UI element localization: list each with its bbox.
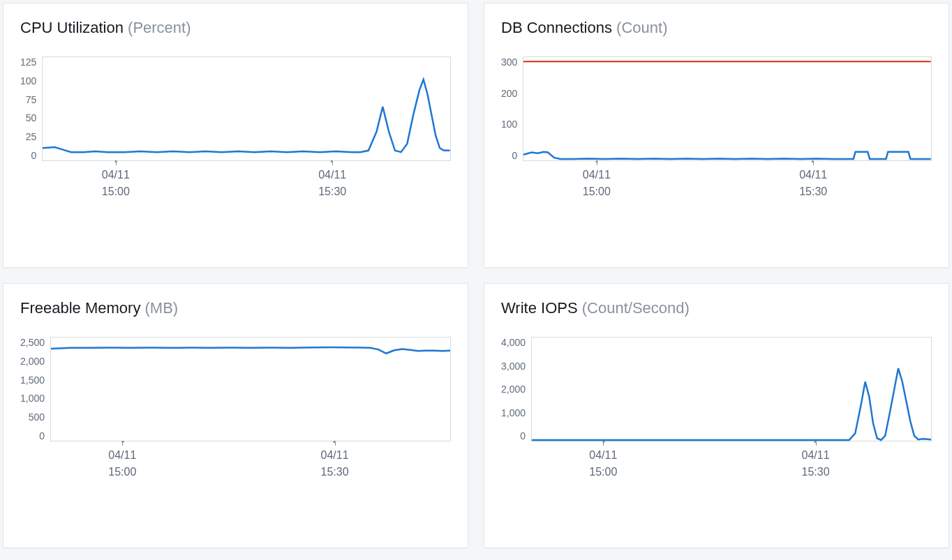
- metric-unit: (Count/Second): [582, 299, 690, 317]
- x-tick-label: 04/1115:00: [583, 167, 611, 200]
- y-tick-label: 100: [501, 119, 517, 130]
- y-tick-label: 0: [31, 150, 37, 161]
- chart-svg: [532, 338, 931, 441]
- panel-cpu-utilization: CPU Utilization (Percent) 1251007550250 …: [3, 3, 468, 268]
- y-tick-label: 25: [26, 131, 37, 142]
- chart-svg: [523, 57, 931, 160]
- x-axis: 04/1115:0004/1115:30: [523, 167, 932, 209]
- x-tick-label: 04/1115:30: [799, 167, 827, 200]
- x-axis: 04/1115:0004/1115:30: [42, 167, 451, 209]
- metric-name: Write IOPS: [501, 299, 578, 317]
- x-tick-label: 04/1115:00: [102, 167, 130, 200]
- y-tick-label: 125: [20, 56, 36, 68]
- plot-area[interactable]: [531, 337, 932, 441]
- y-tick-label: 2,500: [20, 337, 45, 348]
- series-line: [532, 368, 931, 440]
- chart[interactable]: 1251007550250 04/1115:0004/1115:30: [20, 56, 451, 238]
- y-tick-label: 2,000: [20, 356, 45, 367]
- x-tick-label: 04/1115:30: [321, 447, 349, 480]
- metric-unit: (MB): [145, 299, 179, 317]
- plot-area[interactable]: [50, 337, 451, 441]
- series-line: [43, 80, 450, 152]
- metric-unit: (Count): [616, 19, 667, 36]
- y-tick-label: 200: [501, 88, 517, 99]
- panel-title: Write IOPS (Count/Second): [501, 299, 932, 317]
- x-tick-label: 04/1115:00: [589, 447, 617, 480]
- y-tick-label: 0: [520, 430, 526, 441]
- y-axis: 2,5002,0001,5001,0005000: [20, 337, 50, 441]
- x-axis: 04/1115:0004/1115:30: [531, 447, 932, 489]
- panel-write-iops: Write IOPS (Count/Second) 4,0003,0002,00…: [484, 283, 949, 548]
- y-tick-label: 1,500: [20, 374, 45, 386]
- y-tick-label: 0: [512, 150, 518, 161]
- plot-area[interactable]: [42, 56, 451, 161]
- dashboard-grid: CPU Utilization (Percent) 1251007550250 …: [0, 0, 952, 551]
- series-line: [51, 347, 450, 354]
- panel-title: CPU Utilization (Percent): [20, 19, 451, 37]
- y-axis: 4,0003,0002,0001,0000: [501, 337, 531, 441]
- x-tick-label: 04/1115:00: [108, 447, 136, 480]
- y-tick-label: 0: [39, 430, 45, 441]
- series-line: [523, 152, 931, 159]
- y-axis: 3002001000: [501, 56, 523, 161]
- y-tick-label: 50: [26, 112, 37, 123]
- x-tick-label: 04/1115:30: [318, 167, 346, 200]
- x-tick-label: 04/1115:30: [802, 447, 830, 480]
- plot-area[interactable]: [523, 56, 932, 161]
- x-axis: 04/1115:0004/1115:30: [50, 447, 451, 489]
- chart[interactable]: 2,5002,0001,5001,0005000 04/1115:0004/11…: [20, 337, 451, 518]
- y-tick-label: 2,000: [501, 384, 526, 395]
- chart[interactable]: 4,0003,0002,0001,0000 04/1115:0004/1115:…: [501, 337, 932, 518]
- y-tick-label: 4,000: [501, 337, 526, 348]
- panel-freeable-memory: Freeable Memory (MB) 2,5002,0001,5001,00…: [3, 283, 468, 548]
- metric-unit: (Percent): [128, 19, 191, 36]
- chart-svg: [43, 57, 450, 160]
- panel-db-connections: DB Connections (Count) 3002001000 04/111…: [484, 3, 949, 268]
- y-tick-label: 1,000: [501, 407, 526, 418]
- metric-name: Freeable Memory: [20, 299, 140, 317]
- y-tick-label: 300: [501, 56, 517, 68]
- y-axis: 1251007550250: [20, 56, 42, 161]
- metric-name: CPU Utilization: [20, 19, 124, 36]
- y-tick-label: 500: [29, 411, 45, 423]
- chart[interactable]: 3002001000 04/1115:0004/1115:30: [501, 56, 932, 238]
- chart-svg: [51, 338, 450, 441]
- y-tick-label: 1,000: [20, 393, 45, 404]
- panel-title: DB Connections (Count): [501, 19, 932, 37]
- metric-name: DB Connections: [501, 19, 612, 36]
- y-tick-label: 100: [20, 75, 36, 86]
- panel-title: Freeable Memory (MB): [20, 299, 451, 317]
- y-tick-label: 75: [26, 94, 37, 105]
- y-tick-label: 3,000: [501, 361, 526, 372]
